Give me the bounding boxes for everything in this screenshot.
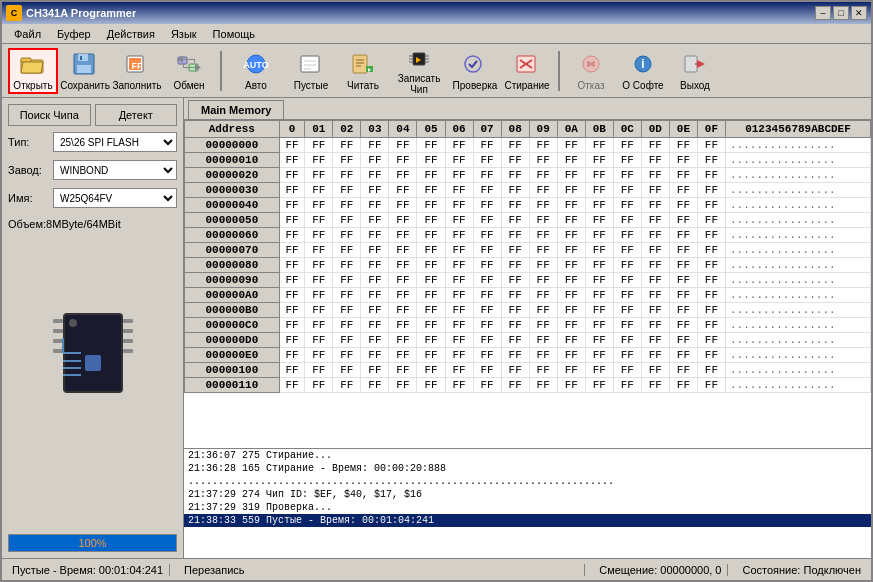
hex-byte-cell[interactable]: FF <box>473 258 501 273</box>
hex-byte-cell[interactable]: FF <box>613 213 641 228</box>
hex-byte-cell[interactable]: FF <box>669 228 697 243</box>
hex-byte-cell[interactable]: FF <box>279 303 305 318</box>
table-row[interactable]: 000000D0FFFFFFFFFFFFFFFFFFFFFFFFFFFFFFFF… <box>185 333 871 348</box>
hex-byte-cell[interactable]: FF <box>333 198 361 213</box>
hex-byte-cell[interactable]: FF <box>279 363 305 378</box>
hex-byte-cell[interactable]: FF <box>417 288 445 303</box>
about-button[interactable]: i О Софте <box>618 48 668 94</box>
hex-byte-cell[interactable]: FF <box>279 198 305 213</box>
hex-byte-cell[interactable]: FF <box>279 258 305 273</box>
hex-byte-cell[interactable]: FF <box>529 213 557 228</box>
log-line[interactable]: ........................................… <box>184 475 871 488</box>
hex-byte-cell[interactable]: FF <box>501 198 529 213</box>
erase-button[interactable]: Стирание <box>502 48 552 94</box>
hex-byte-cell[interactable]: FF <box>361 153 389 168</box>
hex-byte-cell[interactable]: FF <box>641 288 669 303</box>
hex-byte-cell[interactable]: FF <box>417 258 445 273</box>
hex-byte-cell[interactable]: FF <box>557 303 585 318</box>
hex-byte-cell[interactable]: FF <box>641 213 669 228</box>
hex-byte-cell[interactable]: FF <box>529 288 557 303</box>
hex-byte-cell[interactable]: FF <box>305 333 333 348</box>
log-line[interactable]: 21:37:29 319 Проверка... <box>184 501 871 514</box>
hex-byte-cell[interactable]: FF <box>361 378 389 393</box>
hex-byte-cell[interactable]: FF <box>501 363 529 378</box>
hex-byte-cell[interactable]: FF <box>445 258 473 273</box>
hex-byte-cell[interactable]: FF <box>445 318 473 333</box>
hex-byte-cell[interactable]: FF <box>361 183 389 198</box>
hex-byte-cell[interactable]: FF <box>305 228 333 243</box>
hex-byte-cell[interactable]: FF <box>445 363 473 378</box>
hex-byte-cell[interactable]: FF <box>417 378 445 393</box>
hex-byte-cell[interactable]: FF <box>333 288 361 303</box>
hex-byte-cell[interactable]: FF <box>613 333 641 348</box>
hex-byte-cell[interactable]: FF <box>445 228 473 243</box>
hex-byte-cell[interactable]: FF <box>361 198 389 213</box>
hex-byte-cell[interactable]: FF <box>361 138 389 153</box>
hex-byte-cell[interactable]: FF <box>697 168 725 183</box>
hex-byte-cell[interactable]: FF <box>557 243 585 258</box>
hex-byte-cell[interactable]: FF <box>529 363 557 378</box>
hex-byte-cell[interactable]: FF <box>557 333 585 348</box>
hex-byte-cell[interactable]: FF <box>585 288 613 303</box>
hex-byte-cell[interactable]: FF <box>279 273 305 288</box>
hex-byte-cell[interactable]: FF <box>333 213 361 228</box>
log-line[interactable]: 21:37:29 274 Чип ID: $EF, $40, $17, $16 <box>184 488 871 501</box>
hex-byte-cell[interactable]: FF <box>697 378 725 393</box>
hex-byte-cell[interactable]: FF <box>697 153 725 168</box>
hex-byte-cell[interactable]: FF <box>389 153 417 168</box>
table-row[interactable]: 000000B0FFFFFFFFFFFFFFFFFFFFFFFFFFFFFFFF… <box>185 303 871 318</box>
hex-byte-cell[interactable]: FF <box>669 183 697 198</box>
hex-byte-cell[interactable]: FF <box>389 273 417 288</box>
hex-byte-cell[interactable]: FF <box>529 273 557 288</box>
hex-byte-cell[interactable]: FF <box>501 348 529 363</box>
hex-byte-cell[interactable]: FF <box>417 153 445 168</box>
hex-byte-cell[interactable]: FF <box>641 363 669 378</box>
hex-byte-cell[interactable]: FF <box>361 303 389 318</box>
hex-byte-cell[interactable]: FF <box>697 288 725 303</box>
hex-byte-cell[interactable]: FF <box>501 228 529 243</box>
search-chip-button[interactable]: Поиск Чипа <box>8 104 91 126</box>
hex-byte-cell[interactable]: FF <box>585 153 613 168</box>
hex-byte-cell[interactable]: FF <box>501 303 529 318</box>
hex-byte-cell[interactable]: FF <box>529 378 557 393</box>
hex-byte-cell[interactable]: FF <box>417 303 445 318</box>
hex-byte-cell[interactable]: FF <box>641 183 669 198</box>
table-row[interactable]: 00000060FFFFFFFFFFFFFFFFFFFFFFFFFFFFFFFF… <box>185 228 871 243</box>
hex-byte-cell[interactable]: FF <box>585 318 613 333</box>
hex-byte-cell[interactable]: FF <box>389 183 417 198</box>
auto-button[interactable]: AUTO Авто <box>228 48 284 94</box>
hex-byte-cell[interactable]: FF <box>641 243 669 258</box>
hex-byte-cell[interactable]: FF <box>473 318 501 333</box>
hex-byte-cell[interactable]: FF <box>361 168 389 183</box>
hex-byte-cell[interactable]: FF <box>389 318 417 333</box>
hex-byte-cell[interactable]: FF <box>305 213 333 228</box>
hex-byte-cell[interactable]: FF <box>669 273 697 288</box>
hex-byte-cell[interactable]: FF <box>669 378 697 393</box>
hex-byte-cell[interactable]: FF <box>417 333 445 348</box>
table-row[interactable]: 00000070FFFFFFFFFFFFFFFFFFFFFFFFFFFFFFFF… <box>185 243 871 258</box>
hex-byte-cell[interactable]: FF <box>389 198 417 213</box>
hex-byte-cell[interactable]: FF <box>305 288 333 303</box>
hex-byte-cell[interactable]: FF <box>501 153 529 168</box>
read-button[interactable]: Читать <box>338 48 388 94</box>
hex-byte-cell[interactable]: FF <box>417 198 445 213</box>
hex-byte-cell[interactable]: FF <box>641 258 669 273</box>
hex-byte-cell[interactable]: FF <box>501 273 529 288</box>
hex-byte-cell[interactable]: FF <box>585 138 613 153</box>
menu-buffer[interactable]: Буфер <box>49 26 99 42</box>
log-line[interactable]: 21:36:28 165 Стирание - Время: 00:00:20:… <box>184 462 871 475</box>
hex-byte-cell[interactable]: FF <box>697 243 725 258</box>
hex-byte-cell[interactable]: FF <box>473 153 501 168</box>
close-button[interactable]: ✕ <box>851 6 867 20</box>
hex-byte-cell[interactable]: FF <box>641 168 669 183</box>
hex-byte-cell[interactable]: FF <box>305 348 333 363</box>
hex-byte-cell[interactable]: FF <box>613 318 641 333</box>
hex-byte-cell[interactable]: FF <box>279 378 305 393</box>
hex-byte-cell[interactable]: FF <box>529 168 557 183</box>
table-row[interactable]: 00000030FFFFFFFFFFFFFFFFFFFFFFFFFFFFFFFF… <box>185 183 871 198</box>
hex-byte-cell[interactable]: FF <box>361 228 389 243</box>
hex-byte-cell[interactable]: FF <box>417 228 445 243</box>
hex-byte-cell[interactable]: FF <box>305 378 333 393</box>
table-row[interactable]: 00000050FFFFFFFFFFFFFFFFFFFFFFFFFFFFFFFF… <box>185 213 871 228</box>
hex-byte-cell[interactable]: FF <box>445 273 473 288</box>
